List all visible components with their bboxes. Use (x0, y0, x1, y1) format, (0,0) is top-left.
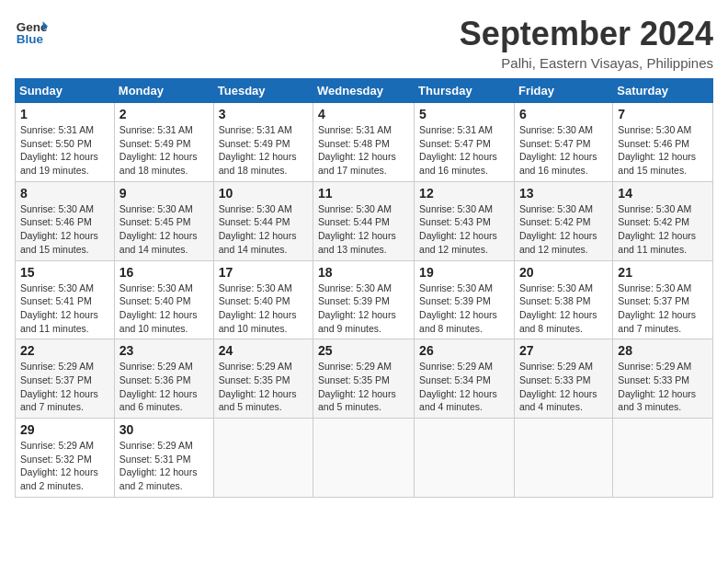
day-info: Sunrise: 5:31 AMSunset: 5:49 PMDaylight:… (219, 123, 308, 178)
calendar-cell: 26 Sunrise: 5:29 AMSunset: 5:34 PMDaylig… (415, 339, 515, 419)
day-number: 30 (119, 422, 209, 437)
day-info: Sunrise: 5:30 AMSunset: 5:44 PMDaylight:… (219, 202, 308, 257)
day-info: Sunrise: 5:31 AMSunset: 5:47 PMDaylight:… (419, 123, 509, 178)
day-info: Sunrise: 5:30 AMSunset: 5:46 PMDaylight:… (20, 202, 109, 257)
day-info: Sunrise: 5:30 AMSunset: 5:37 PMDaylight:… (618, 282, 708, 336)
day-number: 27 (519, 343, 608, 358)
col-friday: Friday (514, 79, 612, 103)
logo: General Blue (15, 15, 48, 48)
calendar-cell: 16 Sunrise: 5:30 AMSunset: 5:40 PMDaylig… (114, 260, 213, 339)
calendar-cell: 2 Sunrise: 5:31 AMSunset: 5:49 PMDayligh… (114, 103, 213, 182)
calendar-cell: 14 Sunrise: 5:30 AMSunset: 5:42 PMDaylig… (613, 181, 713, 260)
day-number: 19 (419, 265, 509, 280)
day-info: Sunrise: 5:30 AMSunset: 5:47 PMDaylight:… (519, 123, 608, 178)
calendar-cell: 10 Sunrise: 5:30 AMSunset: 5:44 PMDaylig… (213, 181, 313, 260)
day-number: 3 (219, 107, 308, 121)
calendar-cell: 12 Sunrise: 5:30 AMSunset: 5:43 PMDaylig… (415, 181, 515, 260)
day-info: Sunrise: 5:29 AMSunset: 5:34 PMDaylight:… (419, 360, 509, 414)
day-info: Sunrise: 5:29 AMSunset: 5:35 PMDaylight:… (219, 360, 308, 414)
day-info: Sunrise: 5:29 AMSunset: 5:36 PMDaylight:… (119, 360, 209, 414)
day-number: 18 (318, 265, 409, 280)
day-number: 10 (219, 186, 308, 201)
calendar-cell (313, 419, 415, 498)
day-number: 25 (318, 343, 409, 358)
calendar-cell: 8 Sunrise: 5:30 AMSunset: 5:46 PMDayligh… (16, 181, 115, 260)
location-subtitle: Palhi, Eastern Visayas, Philippines (460, 55, 713, 71)
calendar-cell: 15 Sunrise: 5:30 AMSunset: 5:41 PMDaylig… (16, 260, 115, 339)
calendar-cell: 25 Sunrise: 5:29 AMSunset: 5:35 PMDaylig… (313, 339, 415, 419)
day-info: Sunrise: 5:30 AMSunset: 5:42 PMDaylight:… (519, 202, 608, 257)
day-number: 26 (419, 343, 509, 358)
calendar-cell: 22 Sunrise: 5:29 AMSunset: 5:37 PMDaylig… (16, 339, 115, 419)
day-number: 1 (20, 107, 109, 121)
day-number: 2 (119, 107, 209, 121)
col-sunday: Sunday (16, 79, 115, 103)
col-monday: Monday (114, 79, 213, 103)
day-info: Sunrise: 5:30 AMSunset: 5:40 PMDaylight:… (219, 282, 308, 336)
calendar-cell (415, 419, 515, 498)
day-number: 14 (618, 186, 708, 201)
day-info: Sunrise: 5:30 AMSunset: 5:38 PMDaylight:… (519, 282, 608, 336)
day-info: Sunrise: 5:30 AMSunset: 5:41 PMDaylight:… (20, 282, 109, 336)
calendar-cell: 7 Sunrise: 5:30 AMSunset: 5:46 PMDayligh… (613, 103, 713, 182)
day-info: Sunrise: 5:29 AMSunset: 5:32 PMDaylight:… (20, 439, 109, 493)
week-row: 22 Sunrise: 5:29 AMSunset: 5:37 PMDaylig… (16, 339, 713, 419)
calendar-cell: 17 Sunrise: 5:30 AMSunset: 5:40 PMDaylig… (213, 260, 313, 339)
calendar-cell: 19 Sunrise: 5:30 AMSunset: 5:39 PMDaylig… (415, 260, 515, 339)
calendar-cell: 11 Sunrise: 5:30 AMSunset: 5:44 PMDaylig… (313, 181, 415, 260)
day-number: 12 (419, 186, 509, 201)
day-info: Sunrise: 5:29 AMSunset: 5:33 PMDaylight:… (519, 360, 608, 414)
calendar-cell: 24 Sunrise: 5:29 AMSunset: 5:35 PMDaylig… (213, 339, 313, 419)
day-info: Sunrise: 5:29 AMSunset: 5:37 PMDaylight:… (20, 360, 109, 414)
day-info: Sunrise: 5:29 AMSunset: 5:33 PMDaylight:… (618, 360, 708, 414)
calendar-table: Sunday Monday Tuesday Wednesday Thursday… (15, 78, 713, 498)
header-row: Sunday Monday Tuesday Wednesday Thursday… (16, 79, 713, 103)
col-wednesday: Wednesday (313, 79, 415, 103)
day-number: 24 (219, 343, 308, 358)
calendar-cell: 4 Sunrise: 5:31 AMSunset: 5:48 PMDayligh… (313, 103, 415, 182)
calendar-cell: 23 Sunrise: 5:29 AMSunset: 5:36 PMDaylig… (114, 339, 213, 419)
day-info: Sunrise: 5:30 AMSunset: 5:43 PMDaylight:… (419, 202, 509, 257)
svg-text:Blue: Blue (17, 32, 44, 46)
day-number: 15 (20, 265, 109, 280)
day-info: Sunrise: 5:30 AMSunset: 5:46 PMDaylight:… (618, 123, 708, 178)
calendar-cell: 13 Sunrise: 5:30 AMSunset: 5:42 PMDaylig… (514, 181, 612, 260)
day-number: 17 (219, 265, 308, 280)
calendar-cell: 30 Sunrise: 5:29 AMSunset: 5:31 PMDaylig… (114, 419, 213, 498)
day-info: Sunrise: 5:30 AMSunset: 5:40 PMDaylight:… (119, 282, 209, 336)
day-info: Sunrise: 5:30 AMSunset: 5:42 PMDaylight:… (618, 202, 708, 257)
day-number: 6 (519, 107, 608, 121)
week-row: 15 Sunrise: 5:30 AMSunset: 5:41 PMDaylig… (16, 260, 713, 339)
calendar-cell: 29 Sunrise: 5:29 AMSunset: 5:32 PMDaylig… (16, 419, 115, 498)
day-info: Sunrise: 5:30 AMSunset: 5:45 PMDaylight:… (119, 202, 209, 257)
calendar-cell (514, 419, 612, 498)
calendar-cell: 5 Sunrise: 5:31 AMSunset: 5:47 PMDayligh… (415, 103, 515, 182)
day-number: 21 (618, 265, 708, 280)
day-info: Sunrise: 5:29 AMSunset: 5:35 PMDaylight:… (318, 360, 409, 414)
day-number: 16 (119, 265, 209, 280)
day-info: Sunrise: 5:31 AMSunset: 5:50 PMDaylight:… (20, 123, 109, 178)
month-title: September 2024 (460, 15, 713, 53)
week-row: 8 Sunrise: 5:30 AMSunset: 5:46 PMDayligh… (16, 181, 713, 260)
logo-icon: General Blue (15, 15, 48, 48)
calendar-cell (613, 419, 713, 498)
col-tuesday: Tuesday (213, 79, 313, 103)
calendar-cell: 9 Sunrise: 5:30 AMSunset: 5:45 PMDayligh… (114, 181, 213, 260)
day-number: 4 (318, 107, 409, 121)
day-info: Sunrise: 5:31 AMSunset: 5:49 PMDaylight:… (119, 123, 209, 178)
calendar-cell: 1 Sunrise: 5:31 AMSunset: 5:50 PMDayligh… (16, 103, 115, 182)
calendar-cell: 3 Sunrise: 5:31 AMSunset: 5:49 PMDayligh… (213, 103, 313, 182)
day-number: 20 (519, 265, 608, 280)
day-info: Sunrise: 5:29 AMSunset: 5:31 PMDaylight:… (119, 439, 209, 493)
col-saturday: Saturday (613, 79, 713, 103)
day-number: 28 (618, 343, 708, 358)
day-number: 23 (119, 343, 209, 358)
day-info: Sunrise: 5:30 AMSunset: 5:44 PMDaylight:… (318, 202, 409, 257)
calendar-cell: 6 Sunrise: 5:30 AMSunset: 5:47 PMDayligh… (514, 103, 612, 182)
day-number: 5 (419, 107, 509, 121)
calendar-cell: 27 Sunrise: 5:29 AMSunset: 5:33 PMDaylig… (514, 339, 612, 419)
day-number: 29 (20, 422, 109, 437)
calendar-cell: 21 Sunrise: 5:30 AMSunset: 5:37 PMDaylig… (613, 260, 713, 339)
calendar-cell (213, 419, 313, 498)
week-row: 1 Sunrise: 5:31 AMSunset: 5:50 PMDayligh… (16, 103, 713, 182)
